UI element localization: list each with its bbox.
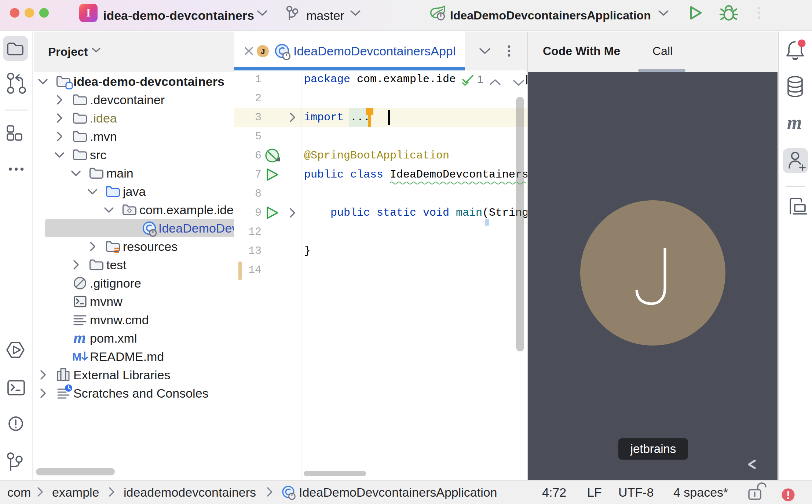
svg-text:M: M (72, 351, 81, 363)
svg-text:m: m (73, 329, 86, 347)
svg-text:m: m (787, 112, 802, 133)
